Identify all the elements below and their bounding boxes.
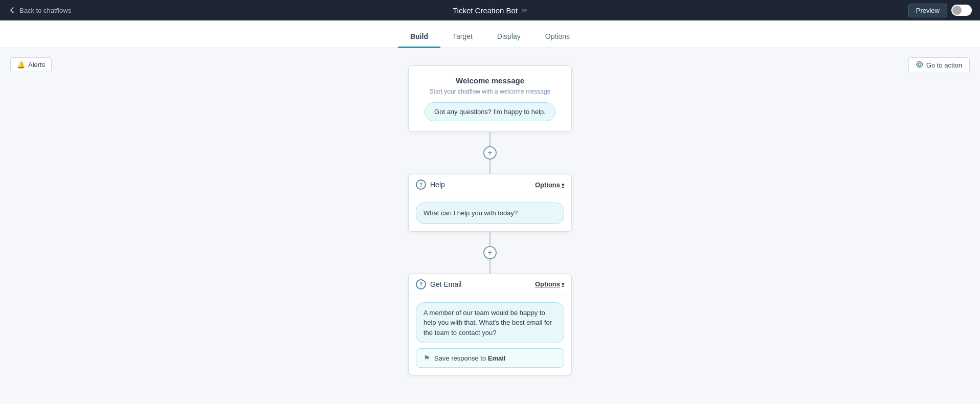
back-label: Back to chatflows (19, 7, 71, 14)
tab-target[interactable]: Target (440, 27, 485, 48)
save-response-row: ⚑ Save response to Email (416, 348, 564, 368)
get-email-step-label: Get Email (430, 280, 461, 288)
get-email-step-icon: ? (416, 279, 426, 289)
help-step-body: What can I help you with today? (409, 195, 571, 231)
welcome-card: Welcome message Start your chatflow with… (408, 65, 572, 132)
get-email-options-label: Options (535, 280, 560, 288)
get-email-chat-bubble: A member of our team would be happy to h… (416, 302, 564, 344)
help-options-button[interactable]: Options ▾ (535, 181, 564, 189)
get-email-step-card: ? Get Email Options ▾ A member of our te… (408, 274, 572, 376)
get-email-step-body: A member of our team would be happy to h… (409, 295, 571, 375)
help-options-label: Options (535, 181, 560, 189)
chatflow-title: Ticket Creation Bot (453, 6, 518, 15)
tab-display[interactable]: Display (485, 27, 533, 48)
welcome-card-subtitle: Start your chatflow with a welcome messa… (419, 88, 561, 95)
help-step-left: ? Help (416, 179, 445, 190)
welcome-bubble: Got any questions? I'm happy to help. (425, 102, 555, 121)
help-step-icon: ? (416, 179, 426, 190)
connector-1: + (489, 132, 491, 174)
back-to-chatflows-link[interactable]: Back to chatflows (8, 6, 71, 14)
add-step-button-1[interactable]: + (483, 146, 497, 160)
connector-2: + (489, 232, 491, 274)
edit-title-icon[interactable]: ✏ (522, 7, 527, 14)
get-email-step-left: ? Get Email (416, 279, 461, 289)
help-options-chevron: ▾ (562, 182, 564, 188)
target-icon (916, 61, 923, 70)
get-email-step-header: ? Get Email Options ▾ (409, 274, 571, 295)
help-step-header: ? Help Options ▾ (409, 174, 571, 195)
preview-button[interactable]: Preview (908, 4, 947, 17)
back-arrow-icon (8, 6, 16, 14)
publish-toggle[interactable] (951, 5, 972, 16)
connector-line-2a (489, 232, 491, 246)
chatflow-title-group: Ticket Creation Bot ✏ (453, 6, 527, 15)
tab-build[interactable]: Build (398, 27, 440, 48)
go-to-action-label: Go to action (926, 61, 962, 69)
alerts-button[interactable]: 🔔 Alerts (10, 57, 52, 72)
connector-line-1a (489, 132, 491, 146)
add-step-button-2[interactable]: + (483, 246, 497, 259)
get-email-options-chevron: ▾ (562, 281, 564, 287)
flow-container: Welcome message Start your chatflow with… (0, 65, 980, 375)
flag-icon: ⚑ (424, 354, 430, 362)
svg-point-1 (918, 63, 921, 66)
nav-tabs: Build Target Display Options (0, 20, 980, 48)
save-response-text: Save response to Email (434, 354, 505, 362)
alerts-label: Alerts (28, 61, 45, 69)
welcome-card-title: Welcome message (419, 76, 561, 85)
toggle-knob (952, 6, 962, 15)
connector-line-2b (489, 259, 491, 274)
top-bar-actions: Preview (908, 4, 972, 17)
connector-line-1b (489, 160, 491, 174)
tab-options[interactable]: Options (533, 27, 582, 48)
bell-icon: 🔔 (17, 61, 25, 69)
help-step-label: Help (430, 181, 445, 189)
svg-point-0 (917, 62, 922, 68)
get-email-options-button[interactable]: Options ▾ (535, 280, 564, 288)
top-bar: Back to chatflows Ticket Creation Bot ✏ … (0, 0, 980, 20)
help-step-card: ? Help Options ▾ What can I help you wit… (408, 174, 572, 232)
help-chat-bubble: What can I help you with today? (416, 203, 564, 224)
go-to-action-button[interactable]: Go to action (908, 57, 970, 73)
canvas: 🔔 Alerts Go to action Welcome message St… (0, 48, 980, 404)
